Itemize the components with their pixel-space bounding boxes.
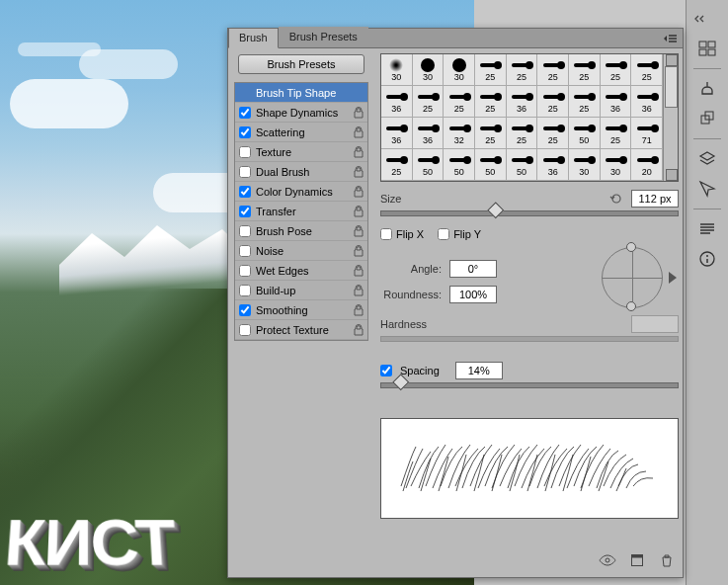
tab-brush-presets[interactable]: Brush Presets xyxy=(279,27,368,47)
lock-icon[interactable] xyxy=(354,225,364,237)
opt-build-up[interactable]: Build-up xyxy=(235,281,367,300)
brush-preset-cell[interactable]: 20 xyxy=(631,149,663,181)
spacing-input[interactable] xyxy=(455,362,503,379)
brush-preset-cell[interactable]: 25 xyxy=(569,86,601,118)
brush-preset-cell[interactable]: 36 xyxy=(381,86,413,118)
opt-checkbox[interactable] xyxy=(239,245,251,257)
opt-checkbox[interactable] xyxy=(239,186,251,198)
lock-icon[interactable] xyxy=(354,166,364,178)
opt-color-dynamics[interactable]: Color Dynamics xyxy=(235,182,367,202)
brush-preset-cell[interactable]: 32 xyxy=(444,118,475,149)
brush-preset-cell[interactable]: 25 xyxy=(413,86,445,118)
spacing-slider[interactable] xyxy=(380,382,679,388)
brush-preset-cell[interactable]: 30 xyxy=(444,54,475,86)
brush-preset-cell[interactable]: 25 xyxy=(475,86,507,118)
rail-histogram-icon[interactable] xyxy=(692,36,722,61)
brush-preset-cell[interactable]: 36 xyxy=(381,118,413,149)
opt-transfer[interactable]: Transfer xyxy=(235,202,367,221)
opt-checkbox[interactable] xyxy=(239,146,251,158)
brush-preset-cell[interactable]: 36 xyxy=(631,86,663,118)
rail-info-icon[interactable] xyxy=(692,246,722,272)
opt-checkbox[interactable] xyxy=(239,107,251,119)
brush-grid-scrollbar[interactable] xyxy=(663,54,678,181)
brush-preset-cell[interactable]: 50 xyxy=(475,149,507,181)
opt-checkbox[interactable] xyxy=(239,225,251,237)
opt-smoothing[interactable]: Smoothing xyxy=(235,300,367,320)
flip-x-checkbox[interactable] xyxy=(380,228,392,240)
opt-checkbox[interactable] xyxy=(239,324,251,336)
spacing-checkbox[interactable] xyxy=(380,365,392,376)
brush-preset-cell[interactable]: 36 xyxy=(507,86,538,118)
brush-preset-cell[interactable]: 25 xyxy=(569,54,601,86)
brush-preset-cell[interactable]: 30 xyxy=(601,149,632,181)
panel-menu-button[interactable] xyxy=(659,30,683,47)
angle-roundness-widget[interactable] xyxy=(600,242,671,313)
brush-preset-cell[interactable]: 71 xyxy=(631,118,663,149)
opt-noise[interactable]: Noise xyxy=(235,241,367,261)
brush-preset-cell[interactable]: 25 xyxy=(601,118,632,149)
lock-icon[interactable] xyxy=(354,285,364,296)
brush-preset-cell[interactable]: 30 xyxy=(569,149,601,181)
brush-preset-cell[interactable]: 36 xyxy=(413,118,445,149)
brush-preset-cell[interactable]: 50 xyxy=(507,149,538,181)
opt-checkbox[interactable] xyxy=(239,206,251,217)
opt-brush-tip-shape[interactable]: Brush Tip Shape xyxy=(235,83,367,103)
lock-icon[interactable] xyxy=(354,206,364,217)
opt-checkbox[interactable] xyxy=(239,126,251,138)
brush-preset-cell[interactable]: 50 xyxy=(569,118,601,149)
brush-preset-cell[interactable]: 50 xyxy=(444,149,475,181)
brush-preset-cell[interactable]: 36 xyxy=(537,149,569,181)
brush-preset-cell[interactable]: 30 xyxy=(381,54,413,86)
brush-preset-cell[interactable]: 25 xyxy=(475,118,507,149)
opt-checkbox[interactable] xyxy=(239,166,251,178)
brush-preset-cell[interactable]: 25 xyxy=(507,54,538,86)
size-input[interactable] xyxy=(631,190,679,208)
tab-brush[interactable]: Brush xyxy=(228,28,279,48)
brush-preset-cell[interactable]: 25 xyxy=(507,118,538,149)
rail-brush-icon[interactable] xyxy=(692,76,722,102)
brush-presets-button[interactable]: Brush Presets xyxy=(238,54,364,74)
opt-protect-texture[interactable]: Protect Texture xyxy=(235,320,367,340)
brush-preset-cell[interactable]: 25 xyxy=(631,54,663,86)
lock-icon[interactable] xyxy=(354,265,364,277)
delete-icon[interactable] xyxy=(657,552,677,568)
lock-icon[interactable] xyxy=(354,304,364,316)
brush-preset-cell[interactable]: 25 xyxy=(537,86,569,118)
lock-icon[interactable] xyxy=(354,107,364,119)
opt-wet-edges[interactable]: Wet Edges xyxy=(235,261,367,281)
opt-dual-brush[interactable]: Dual Brush xyxy=(235,162,367,182)
rail-navigator-icon[interactable] xyxy=(692,176,722,202)
lock-icon[interactable] xyxy=(354,146,364,158)
opt-texture[interactable]: Texture xyxy=(235,142,367,162)
toggle-preview-icon[interactable] xyxy=(598,552,617,568)
brush-preset-cell[interactable]: 25 xyxy=(537,54,569,86)
rail-clone-icon[interactable] xyxy=(692,106,722,131)
opt-scattering[interactable]: Scattering xyxy=(235,123,367,142)
brush-preset-cell[interactable]: 36 xyxy=(601,86,632,118)
rail-layers-icon[interactable] xyxy=(692,146,722,172)
new-preset-icon[interactable] xyxy=(627,552,647,568)
lock-icon[interactable] xyxy=(354,324,364,336)
angle-input[interactable] xyxy=(449,260,497,278)
brush-preset-cell[interactable]: 25 xyxy=(537,118,569,149)
rail-paragraph-icon[interactable] xyxy=(692,216,722,242)
size-slider[interactable] xyxy=(380,210,679,216)
opt-checkbox[interactable] xyxy=(239,285,251,296)
lock-icon[interactable] xyxy=(354,126,364,138)
lock-icon[interactable] xyxy=(354,245,364,257)
opt-checkbox[interactable] xyxy=(239,304,251,316)
brush-preset-cell[interactable]: 25 xyxy=(444,86,475,118)
flip-y-checkbox[interactable] xyxy=(438,228,449,240)
brush-preset-cell[interactable]: 25 xyxy=(475,54,507,86)
roundness-input[interactable] xyxy=(449,286,497,303)
brush-preset-cell[interactable]: 25 xyxy=(601,54,632,86)
brush-preset-cell[interactable]: 30 xyxy=(413,54,445,86)
brush-preset-cell[interactable]: 50 xyxy=(413,149,445,181)
lock-icon[interactable] xyxy=(354,186,364,198)
opt-brush-pose[interactable]: Brush Pose xyxy=(235,221,367,241)
reset-size-icon[interactable] xyxy=(607,191,625,207)
brush-preset-cell[interactable]: 25 xyxy=(381,149,413,181)
rail-expand-button[interactable] xyxy=(692,6,706,32)
opt-checkbox[interactable] xyxy=(239,265,251,277)
opt-shape-dynamics[interactable]: Shape Dynamics xyxy=(235,103,367,123)
